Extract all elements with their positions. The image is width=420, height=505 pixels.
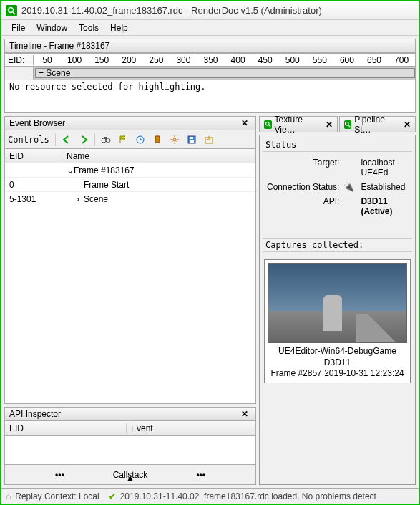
api-tree[interactable]: EID Event bbox=[5, 421, 255, 464]
export-icon[interactable] bbox=[201, 132, 217, 148]
status-title: Status bbox=[263, 138, 412, 152]
capture-timestamp: Frame #2857 2019-10-31 12:23:24 bbox=[270, 368, 404, 380]
svg-rect-4 bbox=[104, 137, 107, 139]
svg-line-13 bbox=[176, 137, 177, 138]
svg-rect-16 bbox=[190, 140, 194, 143]
svg-line-22 bbox=[348, 125, 351, 128]
col-eid[interactable]: EID bbox=[5, 423, 127, 433]
chevron-right-icon[interactable]: › bbox=[77, 194, 84, 204]
clock-icon[interactable] bbox=[132, 132, 148, 148]
status-message: 2019.10.31-11.40.02_frame183167.rdc load… bbox=[120, 491, 376, 501]
event-browser-close-icon[interactable]: ✕ bbox=[238, 118, 251, 128]
prev-arrow-icon[interactable] bbox=[59, 132, 74, 148]
svg-point-19 bbox=[265, 122, 269, 126]
capture-card[interactable]: UE4Editor-Win64-DebugGame D3D11 Frame #2… bbox=[264, 259, 411, 383]
conn-label: Connection Status: bbox=[267, 182, 339, 192]
timeline-title: Timeline - Frame #183167 bbox=[5, 39, 415, 53]
event-browser-title: Event Browser bbox=[9, 118, 65, 128]
controls-label: Controls bbox=[8, 135, 49, 145]
replay-context: Replay Context: Local bbox=[15, 491, 99, 501]
api-inspector-close-icon[interactable]: ✕ bbox=[238, 409, 251, 419]
timeline-ruler[interactable]: 50 100 150 200 250 300 350 400 450 500 5… bbox=[34, 55, 415, 65]
dots-icon: ••• bbox=[55, 470, 64, 480]
event-tree[interactable]: EID Name ⌄Frame #183167 0 Frame Start bbox=[5, 149, 255, 403]
menu-help[interactable]: Help bbox=[106, 21, 132, 34]
home-icon[interactable]: ⌂ bbox=[6, 491, 11, 501]
capture-name: UE4Editor-Win64-DebugGame bbox=[270, 346, 404, 357]
tree-row[interactable]: 0 Frame Start bbox=[5, 178, 255, 192]
tree-row[interactable]: 5-1301 ›Scene bbox=[5, 192, 255, 206]
chevron-down-icon[interactable]: ⌄ bbox=[67, 165, 74, 175]
timeline-eid-label: EID: bbox=[5, 55, 34, 65]
app-icon bbox=[6, 5, 17, 16]
menu-file[interactable]: File bbox=[7, 21, 29, 34]
captures-title: Captures collected: bbox=[263, 238, 412, 252]
timeline-scene-bar[interactable]: + Scene bbox=[35, 68, 415, 78]
flag-icon[interactable] bbox=[115, 132, 131, 148]
gear-icon[interactable] bbox=[167, 132, 182, 148]
tab-texture-viewer[interactable]: Texture Vie… ✕ bbox=[259, 116, 338, 132]
capture-thumbnail bbox=[268, 263, 407, 343]
statusbar: ⌂ Replay Context: Local ✔ 2019.10.31-11.… bbox=[1, 488, 419, 504]
plug-icon: 🔌 bbox=[343, 182, 356, 192]
col-event[interactable]: Event bbox=[127, 423, 255, 433]
dots-icon: ••• bbox=[196, 470, 205, 480]
api-inspector-title: API Inspector bbox=[9, 409, 61, 419]
timeline-message: No resource selected for highlighting. bbox=[5, 80, 415, 112]
target-label: Target: bbox=[267, 158, 339, 178]
tab-close-icon[interactable]: ✕ bbox=[326, 120, 333, 130]
menu-window[interactable]: Window bbox=[32, 21, 72, 34]
svg-line-1 bbox=[13, 12, 15, 14]
check-icon: ✔ bbox=[109, 491, 116, 501]
svg-line-14 bbox=[172, 141, 173, 143]
titlebar: 2019.10.31-11.40.02_frame183167.rdc - Re… bbox=[1, 1, 419, 20]
right-tabs: Texture Vie… ✕ Pipeline St… ✕ bbox=[259, 116, 416, 132]
menubar: File Window Tools Help bbox=[1, 20, 419, 36]
save-icon[interactable] bbox=[184, 132, 200, 148]
status-pane: Status Target: localhost - UE4Ed Connect… bbox=[259, 135, 416, 485]
svg-line-11 bbox=[172, 137, 173, 138]
col-name[interactable]: Name bbox=[62, 151, 255, 161]
menu-tools[interactable]: Tools bbox=[74, 21, 103, 34]
target-value: localhost - UE4Ed bbox=[361, 158, 408, 178]
next-arrow-icon[interactable] bbox=[76, 132, 92, 148]
svg-line-20 bbox=[268, 125, 270, 128]
svg-line-12 bbox=[176, 141, 177, 143]
tab-close-icon[interactable]: ✕ bbox=[404, 120, 411, 130]
app-window: 2019.10.31-11.40.02_frame183167.rdc - Re… bbox=[0, 0, 420, 505]
api-value: D3D11 (Active) bbox=[361, 196, 408, 216]
bookmark-icon[interactable] bbox=[150, 132, 165, 148]
event-browser-toolbar: Controls bbox=[5, 130, 255, 149]
tree-row[interactable]: ⌄Frame #183167 bbox=[5, 163, 255, 178]
binoculars-icon[interactable] bbox=[98, 132, 114, 148]
magnifier-icon bbox=[264, 120, 272, 129]
conn-value: Established bbox=[361, 182, 408, 192]
magnifier-icon bbox=[344, 120, 352, 129]
timeline-title-text: Timeline - Frame #183167 bbox=[9, 41, 109, 51]
svg-point-6 bbox=[173, 138, 176, 141]
svg-point-0 bbox=[9, 7, 14, 12]
svg-point-21 bbox=[346, 122, 349, 126]
svg-rect-17 bbox=[190, 137, 193, 139]
col-eid[interactable]: EID bbox=[5, 151, 62, 161]
callstack-bar[interactable]: ••• Callstack ••• ▲ bbox=[5, 464, 255, 484]
api-inspector-panel: API Inspector ✕ EID Event ••• Callstack … bbox=[4, 407, 256, 485]
window-title: 2019.10.31-11.40.02_frame183167.rdc - Re… bbox=[21, 5, 414, 16]
capture-api: D3D11 bbox=[270, 357, 404, 369]
main-area: Timeline - Frame #183167 EID: 50 100 150… bbox=[1, 36, 419, 488]
timeline-panel: Timeline - Frame #183167 EID: 50 100 150… bbox=[4, 39, 416, 113]
chevron-up-icon[interactable]: ▲ bbox=[126, 473, 135, 483]
event-browser-panel: Event Browser ✕ Controls bbox=[4, 116, 256, 404]
tab-pipeline-state[interactable]: Pipeline St… ✕ bbox=[339, 116, 416, 132]
api-label: API: bbox=[267, 196, 339, 216]
